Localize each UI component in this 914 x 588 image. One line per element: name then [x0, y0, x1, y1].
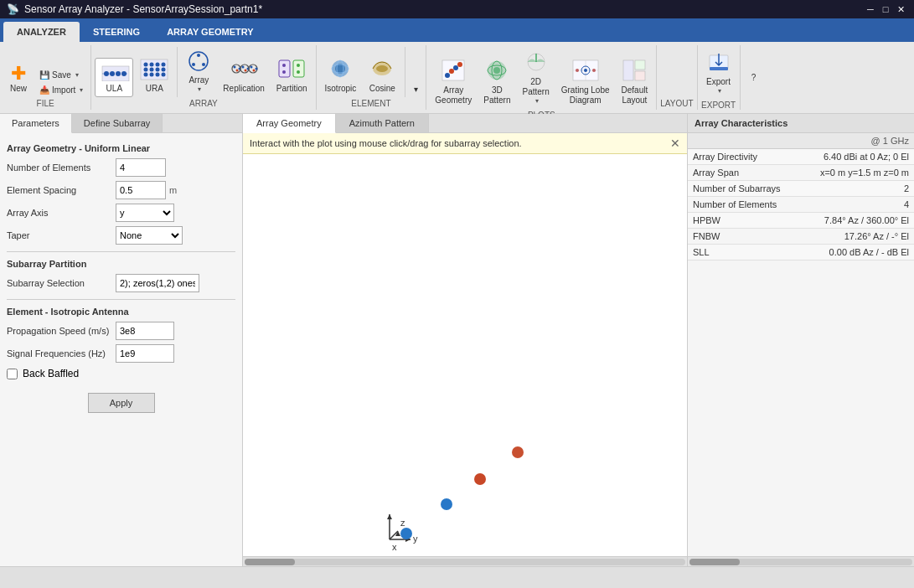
group-plots-btns: Array Geometry 3D Pattern	[430, 47, 653, 111]
svg-point-39	[297, 64, 300, 67]
apply-button[interactable]: Apply	[88, 393, 155, 413]
svg-point-16	[150, 73, 154, 77]
minimize-button[interactable]: ─	[864, 3, 877, 16]
svg-point-48	[445, 73, 450, 78]
y-axis-label: y	[413, 534, 418, 544]
svg-point-34	[256, 68, 258, 70]
element-dropdown-button[interactable]: ▾	[409, 82, 422, 97]
array-dropdown-arrow: ▾	[198, 85, 201, 94]
panel-content: Array Geometry - Uniform Linear Number o…	[0, 133, 242, 566]
import-icon: 📥	[39, 85, 49, 95]
back-baffled-checkbox[interactable]	[7, 369, 18, 379]
signal-freq-row: Signal Frequencies (Hz)	[7, 344, 235, 363]
cosine-button[interactable]: Cosine	[363, 54, 401, 97]
replication-icon	[230, 57, 258, 83]
char-table-row: Number of Elements4	[688, 197, 914, 213]
replication-button[interactable]: Replication	[218, 54, 269, 97]
export-svg	[706, 50, 731, 74]
svg-point-51	[457, 62, 462, 67]
signal-freq-input[interactable]	[116, 344, 174, 363]
taper-select[interactable]: None Taylor Chebyshev	[116, 226, 183, 245]
group-plots: Array Geometry 3D Pattern	[426, 45, 657, 110]
group-element-btns: Isotropic Cosine ▾	[320, 47, 423, 99]
partition-icon	[277, 57, 306, 83]
right-scrollbar[interactable]	[688, 556, 914, 566]
tab-array-geometry-center[interactable]: Array Geometry	[243, 114, 336, 133]
tab-azimuth-pattern[interactable]: Azimuth Pattern	[336, 114, 429, 132]
char-value: 0.00 dB Az / - dB El	[800, 245, 914, 260]
tab-parameters[interactable]: Parameters	[0, 114, 72, 133]
plot-area[interactable]: z y x	[243, 154, 687, 556]
help-button[interactable]: ?	[746, 70, 762, 86]
title-bar: 📡 Sensor Array Analyzer - SensorArraySes…	[0, 0, 914, 18]
char-label: Array Directivity	[688, 149, 800, 165]
isotropic-button[interactable]: Isotropic	[320, 54, 362, 97]
num-elements-row: Number of Elements	[7, 158, 235, 177]
svg-point-79	[512, 446, 524, 458]
signal-freq-label: Signal Frequencies (Hz)	[7, 348, 116, 358]
element-spacing-input[interactable]	[116, 181, 166, 199]
svg-rect-69	[243, 154, 687, 556]
grating-lobe-button[interactable]: Grating Lobe Diagram	[556, 55, 615, 109]
ura-svg	[140, 59, 168, 80]
ura-icon	[140, 59, 168, 83]
svg-point-10	[162, 63, 166, 67]
array-geometry-section-header: Array Geometry - Uniform Linear	[7, 143, 235, 153]
export-button[interactable]: Export ▾	[701, 47, 736, 99]
subarray-selection-row: Subarray Selection	[7, 274, 235, 292]
char-label: Number of Subarrays	[688, 181, 800, 197]
new-button[interactable]: ✚ New	[3, 61, 34, 97]
isotropic-svg	[326, 57, 354, 80]
tab-define-subarray[interactable]: Define Subarray	[72, 114, 163, 132]
array-button[interactable]: Array ▾	[181, 47, 216, 97]
tab-analyzer[interactable]: ANALYZER	[3, 22, 80, 42]
group-export-btns: Export ▾	[701, 47, 736, 101]
export-dropdown-arrow: ▾	[718, 87, 721, 95]
right-scrollbar-thumb[interactable]	[689, 559, 740, 565]
num-elements-input[interactable]	[116, 158, 166, 177]
svg-point-9	[156, 63, 160, 67]
default-layout-button[interactable]: Default Layout	[617, 55, 653, 109]
array-axis-select[interactable]: y x z	[116, 204, 174, 222]
svg-point-77	[441, 498, 452, 510]
close-button[interactable]: ✕	[894, 3, 907, 16]
ula-svg	[101, 63, 130, 81]
tab-steering[interactable]: STEERING	[80, 22, 153, 42]
ura-button[interactable]: URA	[135, 55, 173, 97]
back-baffled-row: Back Baffled	[7, 368, 235, 379]
tab-array-geometry[interactable]: ARRAY GEOMETRY	[153, 22, 267, 42]
array-axis-label: Array Axis	[7, 208, 116, 218]
char-label: FNBW	[688, 229, 800, 245]
svg-point-62	[576, 69, 579, 72]
center-scrollbar-track[interactable]	[245, 559, 685, 565]
import-button[interactable]: 📥 Import ▾	[35, 83, 87, 97]
center-scrollbar-thumb[interactable]	[245, 559, 295, 565]
svg-point-76	[400, 528, 412, 539]
svg-point-50	[453, 65, 458, 70]
divider-1	[7, 251, 235, 252]
ula-button[interactable]: ULA	[95, 58, 133, 97]
svg-point-78	[474, 473, 486, 485]
main-layout: Parameters Define Subarray Array Geometr…	[0, 114, 914, 566]
2d-pattern-button[interactable]: 2D Pattern ▾	[517, 47, 554, 109]
3d-pattern-button[interactable]: 3D Pattern	[478, 55, 515, 109]
save-button[interactable]: 💾 Save ▾	[35, 68, 87, 82]
subarray-selection-input[interactable]	[116, 274, 199, 292]
maximize-button[interactable]: □	[879, 3, 892, 16]
right-scrollbar-track[interactable]	[689, 559, 912, 565]
taper-label: Taper	[7, 230, 116, 240]
ribbon-inner: ✚ New 💾 Save ▾ 📥 Import ▾ FILE	[0, 45, 767, 110]
propagation-speed-row: Propagation Speed (m/s)	[7, 322, 235, 340]
partition-button[interactable]: Partition	[271, 54, 312, 97]
svg-point-18	[162, 73, 166, 77]
svg-rect-66	[635, 71, 645, 80]
center-scrollbar[interactable]	[243, 556, 687, 566]
element-dropdown-arrow-icon: ▾	[414, 85, 418, 95]
array-geometry-plot-button[interactable]: Array Geometry	[430, 55, 477, 109]
propagation-speed-label: Propagation Speed (m/s)	[7, 326, 116, 336]
x-axis-label: x	[392, 542, 397, 552]
element-spacing-unit: m	[169, 185, 177, 195]
propagation-speed-input[interactable]	[116, 322, 174, 340]
info-banner-close-button[interactable]: ✕	[670, 137, 680, 150]
char-table-row: Array Spanx=0 m y=1.5 m z=0 m	[688, 165, 914, 181]
